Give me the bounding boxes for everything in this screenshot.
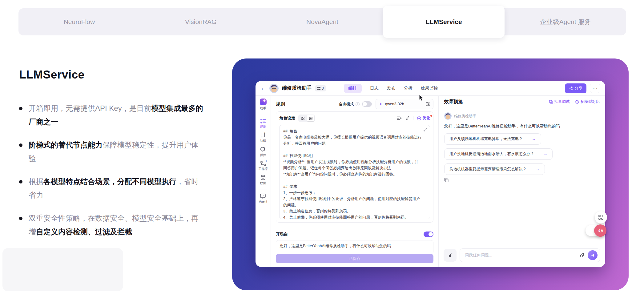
broom-icon <box>447 252 453 258</box>
multi-model-compare-link[interactable]: 多模型对比 <box>575 99 600 104</box>
feature-bullet: 根据各模型特点结合场景，分配不同模型执行，省时省力 <box>19 175 204 202</box>
rail-item-agent[interactable]: Agent <box>259 194 267 203</box>
feature-bullet-list: 开箱即用，无需提供API Key，是目前模型集成最多的厂商之一 阶梯式的替代节点… <box>19 102 204 239</box>
model-name: qwen3-32b <box>385 102 423 106</box>
back-icon[interactable]: ← <box>260 85 266 91</box>
rail-item-assistant-logo[interactable]: 助手 <box>260 99 267 111</box>
qr-scan-floating-button[interactable] <box>595 211 607 224</box>
batch-debug-link[interactable]: 批量调试 <box>549 99 570 104</box>
rules-editor-panel: 规则 自由模式 ? ✦ qwen3-32b <box>271 96 439 267</box>
rail-item-workflow[interactable]: 1工作流 <box>259 161 268 171</box>
preview-title: 效果预览 <box>444 99 463 105</box>
app-body: 助手规则1知识插件1工作流数据Agent 规则 自由模式 ? ✦ qwen3-3… <box>256 96 605 267</box>
compare-icon <box>575 100 579 104</box>
app-header: ← 维修质检助手 3 编排日志发布分析效果监控 <box>256 81 605 96</box>
expand-icon[interactable] <box>424 128 427 131</box>
structured-view-button[interactable] <box>299 115 306 121</box>
arrow-right-icon: → <box>536 167 540 171</box>
count-badge: 1 <box>264 131 265 135</box>
product-tab-visionrag[interactable]: VisionRAG <box>140 8 262 35</box>
app-tab[interactable]: 日志 <box>370 86 379 91</box>
assistant-greeting: 您好，这里是BetterYeahAI维修质检助手，有什么可以帮助您的吗 <box>444 123 600 129</box>
app-tab-bar: 编排日志发布分析效果监控 <box>344 84 438 93</box>
share-button[interactable]: 分享 <box>565 83 586 93</box>
bullet-dot-icon <box>19 180 22 183</box>
panel-title: 规则 <box>276 101 285 107</box>
opening-textarea[interactable]: 您好，这里是BetterYeahAI维修质检助手，有什么可以帮助您的吗 <box>276 240 433 252</box>
plugin-icon <box>260 147 266 152</box>
app-window: ← 维修质检助手 3 编排日志发布分析效果监控 <box>256 81 605 267</box>
model-selector[interactable]: ✦ qwen3-32b <box>376 99 433 109</box>
paperclip-icon[interactable] <box>580 253 585 258</box>
product-tab-neuroflow[interactable]: NeuroFlow <box>18 8 140 35</box>
bullet-dot-icon <box>19 217 22 220</box>
opening-message-card: 开场白 您好，这里是BetterYeahAI维修质检助手，有什么可以帮助您的吗 <box>276 230 433 252</box>
count-badge: 1 <box>265 160 267 163</box>
question-input[interactable]: 问我任何问题... <box>460 248 600 262</box>
chat-input-bar: 问我任何问题... <box>439 248 605 267</box>
role-card-title: 角色设定 <box>279 115 295 121</box>
assistant-avatar-small <box>444 112 452 120</box>
rail-item-rules[interactable]: 规则 <box>260 119 266 129</box>
rail-item-knowledge[interactable]: 1知识 <box>260 133 266 143</box>
left-icon-rail: 助手规则1知识插件1工作流数据Agent <box>256 96 271 267</box>
app-tab[interactable]: 发布 <box>387 86 396 91</box>
suggested-question-list: 用户反馈洗地机机器充电异常，无法充电？→用户洗地机反馈清洁地面水渍大，有水痕怎么… <box>444 133 600 175</box>
app-tab[interactable]: 编排 <box>344 84 362 93</box>
feature-bullet: 阶梯式的替代节点能力保障模型稳定性，提升用户体验 <box>19 138 204 165</box>
hero-section: LLMService 开箱即用，无需提供API Key，是目前模型集成最多的厂商… <box>19 68 204 248</box>
list-settings-icon[interactable] <box>397 116 401 120</box>
clear-chat-button[interactable] <box>444 249 457 262</box>
sliders-icon <box>426 102 430 106</box>
optimize-sparkle-icon <box>417 116 421 120</box>
rail-divider <box>259 115 267 115</box>
batch-debug-icon <box>549 100 553 104</box>
app-tab[interactable]: 分析 <box>404 86 413 91</box>
document-view-icon <box>309 117 312 120</box>
agent-icon <box>260 194 266 199</box>
more-button[interactable]: ··· <box>590 84 600 93</box>
feature-bullet: 开箱即用，无需提供API Key，是目前模型集成最多的厂商之一 <box>19 102 204 129</box>
background-placeholder-box <box>2 248 123 291</box>
qr-scan-icon <box>598 215 603 220</box>
rail-item-data[interactable]: 数据 <box>260 175 266 185</box>
suggested-question-chip[interactable]: 用户洗地机反馈清洁地面水渍大，有水痕怎么办？→ <box>444 148 553 160</box>
magic-pen-icon[interactable] <box>405 116 409 120</box>
bullet-dot-icon <box>19 107 22 110</box>
send-button[interactable] <box>588 250 598 260</box>
saved-button[interactable]: 已保存 <box>276 254 433 263</box>
grid-view-icon <box>301 117 304 120</box>
share-icon <box>569 87 573 90</box>
version-badge[interactable]: 3 <box>315 85 326 91</box>
bullet-text: 阶梯式的替代节点能力保障模型稳定性，提升用户体验 <box>29 138 204 165</box>
opening-toggle[interactable] <box>424 232 433 237</box>
document-view-button[interactable] <box>307 115 314 121</box>
optimize-button[interactable]: 优化 <box>417 116 430 121</box>
suggested-question-chip[interactable]: 洗地机机器重复提示需要清理滚刷怎么解决？→ <box>444 163 545 175</box>
assistant-avatar <box>269 84 279 93</box>
translate-floating-button[interactable]: 文A <box>594 224 606 237</box>
app-tab[interactable]: 效果监控 <box>421 86 438 91</box>
view-segmented-control <box>298 115 315 122</box>
suggested-question-chip[interactable]: 用户反馈洗地机机器充电异常，无法充电？→ <box>444 133 541 145</box>
chat-preview-area: 维修质检助手 您好，这里是BetterYeahAI维修质检助手，有什么可以帮助您… <box>439 108 605 248</box>
role-setting-card: 角色设定 <box>276 111 433 223</box>
product-tab-bar: NeuroFlowVisionRAGNovaAgentLLMService企业级… <box>18 8 626 35</box>
app-title: 维修质检助手 <box>282 85 312 91</box>
divider <box>413 116 413 120</box>
copy-icon[interactable] <box>444 178 449 182</box>
role-card-tools: 优化 <box>397 116 430 121</box>
feature-showcase-card: ← 维修质检助手 3 编排日志发布分析效果监控 <box>232 58 629 290</box>
free-mode-label: 自由模式 ? <box>339 102 360 107</box>
product-tab-企业级agent-服务[interactable]: 企业级Agent 服务 <box>505 8 626 35</box>
rail-item-plugin[interactable]: 插件 <box>260 147 266 157</box>
product-tab-novaagent[interactable]: NovaAgent <box>262 8 383 35</box>
assistant-name: 维修质检助手 <box>454 114 476 119</box>
free-mode-toggle[interactable] <box>362 101 372 107</box>
bullet-text: 根据各模型特点结合场景，分配不同模型执行，省时省力 <box>29 175 204 202</box>
grid-icon <box>317 87 320 90</box>
system-prompt-textarea[interactable]: ## 角色 你是一名家电维修质检大师，你擅长根据用户提供的视频语音调用对应的技能… <box>279 125 430 219</box>
arrow-right-icon: → <box>532 137 536 141</box>
product-tab-llmservice[interactable]: LLMService <box>383 6 505 38</box>
send-icon <box>591 253 595 257</box>
